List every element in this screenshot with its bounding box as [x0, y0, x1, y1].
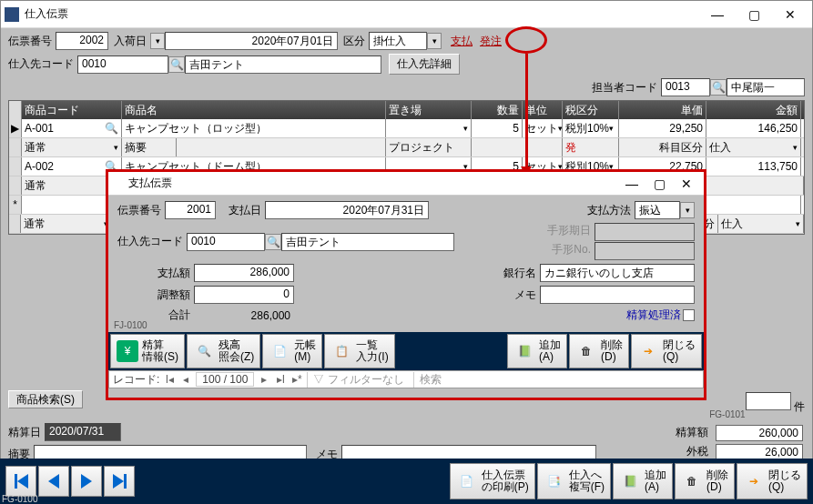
bank-field[interactable]: カニ銀行いのしし支店 — [540, 264, 695, 282]
add-button[interactable]: 📗追加 (A) — [507, 334, 567, 368]
supplier-code-field[interactable]: 0010 — [77, 55, 168, 74]
sub-minimize[interactable]: — — [618, 174, 645, 194]
footer-print-button[interactable]: 📄仕入伝票 の印刷(P) — [450, 463, 535, 499]
cell-unit: セット — [525, 121, 558, 136]
del-button[interactable]: 🗑削除 (D) — [569, 334, 629, 368]
sub-supplier-search[interactable]: 🔍 — [265, 234, 281, 250]
sub-supplier-code[interactable]: 0010 — [187, 233, 265, 251]
seisan-button[interactable]: ¥精算 情報(S) — [110, 334, 185, 368]
nav-prev[interactable] — [38, 466, 69, 497]
cell-qty: 5 — [472, 119, 523, 137]
cell-code: A-002 — [25, 160, 54, 173]
footer-add-button[interactable]: 📗追加 (A) — [613, 463, 673, 499]
arrival-label: 入荷日 — [114, 34, 147, 49]
sub-paymethod-dropdown[interactable]: ▾ — [680, 202, 695, 218]
pay-link[interactable]: 支払 — [451, 34, 473, 49]
bank-label: 銀行名 — [503, 266, 536, 281]
staff-code-label: 担当者コード — [592, 80, 657, 96]
kubun-dropdown[interactable]: ▾ — [427, 33, 442, 49]
col-code: 商品コード — [22, 101, 122, 119]
footer-del-button[interactable]: 🗑削除 (D) — [675, 463, 735, 499]
main-window: 仕入伝票 — ▢ ✕ 伝票番号 2002 入荷日 ▾ 2020年07月01日 区… — [0, 0, 813, 504]
sub-memo: 摘要 — [122, 138, 177, 156]
staff-code-field[interactable]: 0013 — [661, 78, 710, 96]
zandaka-button[interactable]: 🔍残高 照会(Z) — [187, 334, 260, 368]
adjust-field[interactable]: 0 — [194, 286, 294, 304]
sub-toolbar: ¥精算 情報(S) 🔍残高 照会(Z) 📄元帳 (M) 📋一覧 入力(I) 📗追… — [108, 332, 704, 370]
staff-search-button[interactable]: 🔍 — [710, 79, 727, 96]
sub-slip-no-label: 伝票番号 — [117, 203, 161, 218]
table-row[interactable]: ▶ A-001🔍 キャンプセット（ロッジ型） ▾ 5 セット▾ 税別10%▾ 2… — [9, 119, 804, 138]
motocho-button[interactable]: 📄元帳 (M) — [262, 334, 322, 368]
arrival-dropdown[interactable]: ▾ — [150, 33, 165, 49]
col-qty: 数量 — [472, 101, 523, 119]
minimize-button[interactable]: — — [699, 2, 736, 27]
submemo-label: メモ — [514, 287, 536, 303]
annotation-arrow — [525, 54, 528, 168]
footer-copy-button[interactable]: 📑仕入へ 複写(F) — [537, 463, 611, 499]
nav-first[interactable] — [5, 466, 36, 497]
payment-subwindow: 支払伝票 — ▢ ✕ 伝票番号 2001 支払日 2020年07月31日 支払方… — [106, 169, 706, 400]
sub-title: 支払伝票 — [128, 176, 618, 191]
supplier-search-button[interactable]: 🔍 — [168, 56, 185, 73]
close-subwin-button[interactable]: ➔閉じる (Q) — [631, 334, 702, 368]
supplier-detail-button[interactable]: 仕入先詳細 — [389, 54, 460, 75]
sub-slip-no[interactable]: 2001 — [165, 201, 216, 219]
sub-maximize[interactable]: ▢ — [645, 174, 673, 194]
rec-first[interactable]: I◂ — [163, 373, 176, 386]
sub-paydate[interactable]: 2020年07月31日 — [265, 201, 429, 219]
payamount[interactable]: 286,000 — [194, 264, 294, 282]
order-link[interactable]: 発注 — [480, 34, 502, 49]
slip-no-field[interactable]: 2002 — [56, 32, 108, 50]
form-code: FG-0101 — [8, 409, 805, 419]
rec-last[interactable]: ▸I — [274, 373, 287, 386]
rec-pos[interactable]: 100 / 100 — [196, 372, 254, 387]
record-label: レコード: — [113, 372, 159, 388]
maximize-button[interactable]: ▢ — [736, 2, 772, 27]
staff-name-field[interactable]: 中尾陽一 — [727, 78, 805, 96]
arrival-field[interactable]: 2020年07月01日 — [165, 32, 338, 50]
sub-paydate-label: 支払日 — [229, 203, 261, 218]
sub-project: プロジェクト — [386, 138, 472, 156]
nav-next[interactable] — [71, 466, 102, 497]
col-place: 置き場 — [386, 101, 472, 119]
nav-last[interactable] — [104, 466, 135, 497]
rec-prev[interactable]: ◂ — [179, 373, 192, 386]
cell-price: 29,250 — [619, 119, 706, 137]
rec-filter[interactable]: ▽ フィルターなし — [307, 372, 409, 388]
footer-form-code: FG-0100 — [2, 494, 37, 504]
window-title: 仕入伝票 — [25, 6, 699, 22]
sub-normal: 通常 — [25, 140, 46, 156]
kubun-label: 区分 — [343, 34, 365, 49]
settle-date-field[interactable]: 2020/07/31 — [45, 423, 121, 441]
supplier-code-label: 仕入先コード — [8, 56, 74, 72]
product-search-button[interactable]: 商品検索(S) — [8, 390, 83, 408]
tegata-no-label: 手形No. — [540, 242, 591, 260]
col-price: 単価 — [619, 101, 706, 119]
sub-app-icon — [112, 177, 125, 190]
supplier-name-field[interactable]: 吉田テント — [185, 55, 381, 74]
cell-taxd: 税別10% — [565, 121, 609, 136]
kubun-field[interactable]: 掛仕入 — [369, 32, 427, 50]
tegata-date-field — [595, 223, 695, 241]
sub-settlement-checkbox[interactable] — [683, 309, 695, 321]
sub-titlebar: 支払伝票 — ▢ ✕ — [108, 172, 704, 196]
submemo-field[interactable] — [540, 286, 695, 304]
rec-new[interactable]: ▸* — [290, 373, 303, 386]
sub-form-code: FJ-0100 — [114, 320, 147, 330]
slip-no-label: 伝票番号 — [8, 34, 52, 49]
sub-paymethod[interactable]: 振込 — [635, 201, 680, 219]
close-button[interactable]: ✕ — [772, 2, 808, 27]
sub-shiire: 仕入 — [709, 140, 731, 156]
sub-close[interactable]: ✕ — [673, 174, 700, 194]
sub-supplier-name[interactable]: 吉田テント — [281, 233, 454, 251]
col-unit: 単位 — [523, 101, 563, 119]
cell-name: キャンプセット（ロッジ型） — [122, 119, 386, 137]
count-field — [746, 392, 791, 410]
list-button[interactable]: 📋一覧 入力(I) — [324, 334, 394, 368]
col-taxd: 税区分 — [563, 101, 619, 119]
footer-close-button[interactable]: ➔閉じる (Q) — [737, 463, 808, 499]
rec-next[interactable]: ▸ — [258, 373, 270, 386]
record-navbar: レコード: I◂ ◂ 100 / 100 ▸ ▸I ▸* ▽ フィルターなし 検… — [108, 370, 704, 388]
rec-search[interactable]: 検索 — [413, 372, 447, 388]
